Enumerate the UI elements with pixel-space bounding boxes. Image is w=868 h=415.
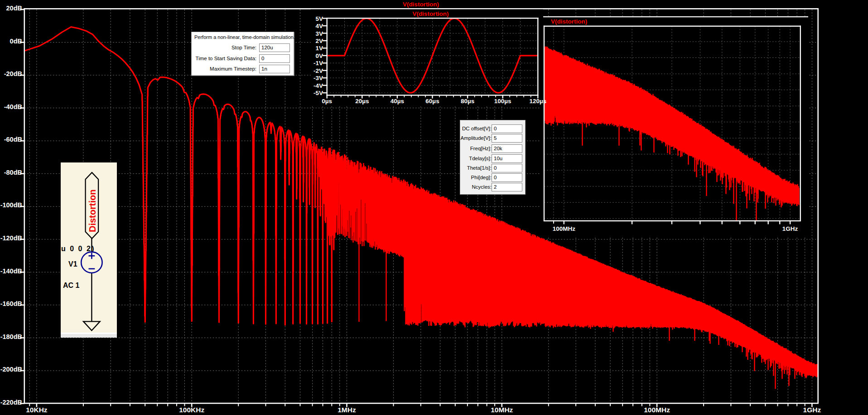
svg-text:0dB: 0dB (10, 38, 22, 45)
svg-text:1GHz: 1GHz (782, 225, 798, 232)
svg-text:20µs: 20µs (355, 98, 369, 105)
svg-text:-4V: -4V (313, 82, 323, 89)
svg-text:100µs: 100µs (494, 98, 511, 105)
svg-text:-180dB: -180dB (0, 333, 22, 340)
svg-text:V(distortion): V(distortion) (403, 1, 439, 8)
svg-text:V1: V1 (68, 260, 77, 268)
svg-text:20dB: 20dB (6, 5, 22, 12)
svg-text:120µs: 120µs (529, 98, 546, 105)
svg-text:-160dB: -160dB (0, 300, 22, 307)
svg-text:-40dB: -40dB (4, 103, 22, 110)
svg-text:60µs: 60µs (425, 98, 439, 105)
svg-text:0µs: 0µs (322, 98, 332, 105)
svg-text:10KHz: 10KHz (26, 406, 48, 414)
svg-text:4V: 4V (315, 23, 323, 29)
svg-text:-60dB: -60dB (4, 136, 22, 143)
svg-text:1V: 1V (315, 45, 323, 52)
svg-text:80µs: 80µs (461, 98, 474, 105)
svg-text:100KHz: 100KHz (179, 406, 204, 414)
svg-text:-220dB: -220dB (0, 399, 22, 406)
svg-text:-100dB: -100dB (0, 201, 22, 209)
svg-text:V(distortion): V(distortion) (551, 18, 587, 25)
svg-text:0V: 0V (315, 52, 323, 59)
svg-text:-2V: -2V (313, 67, 323, 74)
svg-text:1MHz: 1MHz (338, 406, 356, 414)
svg-text:-3V: -3V (313, 75, 323, 81)
svg-text:-5V: -5V (313, 90, 323, 96)
svg-text:-1V: -1V (313, 60, 323, 67)
svg-text:5V: 5V (315, 15, 323, 22)
svg-text:-80dB: -80dB (4, 169, 22, 176)
svg-text:1GHz: 1GHz (803, 406, 821, 414)
svg-text:3V: 3V (315, 30, 323, 37)
svg-text:2V: 2V (315, 38, 323, 44)
svg-text:-20dB: -20dB (4, 70, 22, 77)
svg-text:u 0 0 2): u 0 0 2) (61, 245, 95, 253)
svg-text:-200dB: -200dB (0, 366, 22, 373)
svg-text:V(distortion): V(distortion) (412, 10, 448, 17)
svg-text:10MHz: 10MHz (491, 406, 513, 414)
svg-text:Distortion: Distortion (87, 189, 97, 232)
svg-text:100MHz: 100MHz (553, 225, 576, 232)
svg-text:AC 1: AC 1 (63, 281, 80, 289)
svg-text:40µs: 40µs (391, 98, 404, 105)
svg-text:-140dB: -140dB (0, 267, 22, 275)
svg-text:100MHz: 100MHz (644, 406, 670, 414)
svg-text:-120dB: -120dB (0, 234, 22, 242)
